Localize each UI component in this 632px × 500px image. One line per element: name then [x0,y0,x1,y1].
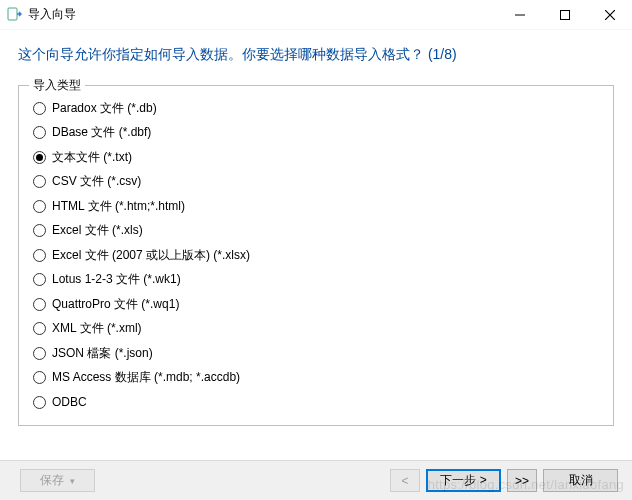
radio-option[interactable]: CSV 文件 (*.csv) [33,170,599,195]
radio-label: Excel 文件 (*.xls) [52,222,143,239]
radio-indicator [33,249,46,262]
radio-label: CSV 文件 (*.csv) [52,173,141,190]
radio-label: ODBC [52,395,87,409]
app-icon [6,7,22,23]
radio-option[interactable]: 文本文件 (*.txt) [33,145,599,170]
last-button-label: >> [515,474,529,488]
radio-indicator [33,102,46,115]
cancel-button-label: 取消 [569,472,593,489]
radio-indicator [33,224,46,237]
radio-indicator [33,396,46,409]
window-title: 导入向导 [28,6,76,23]
svg-rect-0 [8,8,17,20]
minimize-button[interactable] [497,0,542,30]
save-button-label: 保存 [40,472,64,489]
chevron-down-icon: ▾ [70,476,75,486]
radio-indicator [33,200,46,213]
radio-option[interactable]: QuattroPro 文件 (*.wq1) [33,292,599,317]
radio-option[interactable]: ODBC [33,390,599,415]
radio-label: XML 文件 (*.xml) [52,320,142,337]
back-button-label: < [401,474,408,488]
radio-list: Paradox 文件 (*.db)DBase 文件 (*.dbf)文本文件 (*… [33,96,599,415]
radio-indicator [33,371,46,384]
radio-label: Lotus 1-2-3 文件 (*.wk1) [52,271,181,288]
cancel-button[interactable]: 取消 [543,469,618,492]
radio-label: MS Access 数据库 (*.mdb; *.accdb) [52,369,240,386]
radio-label: HTML 文件 (*.htm;*.html) [52,198,185,215]
maximize-button[interactable] [542,0,587,30]
content-area: 导入类型 Paradox 文件 (*.db)DBase 文件 (*.dbf)文本… [0,75,632,426]
back-button[interactable]: < [390,469,420,492]
radio-indicator [33,347,46,360]
radio-indicator [33,322,46,335]
radio-option[interactable]: JSON 檔案 (*.json) [33,341,599,366]
footer-bar: 保存 ▾ < 下一步 > >> 取消 [0,460,632,500]
radio-label: JSON 檔案 (*.json) [52,345,153,362]
last-button[interactable]: >> [507,469,537,492]
radio-label: 文本文件 (*.txt) [52,149,132,166]
next-button[interactable]: 下一步 > [426,469,501,492]
radio-option[interactable]: Paradox 文件 (*.db) [33,96,599,121]
radio-indicator [33,273,46,286]
radio-indicator [33,151,46,164]
radio-indicator [33,298,46,311]
radio-label: Excel 文件 (2007 或以上版本) (*.xlsx) [52,247,250,264]
radio-option[interactable]: Lotus 1-2-3 文件 (*.wk1) [33,268,599,293]
radio-label: QuattroPro 文件 (*.wq1) [52,296,179,313]
radio-option[interactable]: DBase 文件 (*.dbf) [33,121,599,146]
radio-label: DBase 文件 (*.dbf) [52,124,151,141]
radio-indicator [33,126,46,139]
next-button-label: 下一步 > [440,472,486,489]
titlebar: 导入向导 [0,0,632,30]
wizard-prompt: 这个向导允许你指定如何导入数据。你要选择哪种数据导入格式？ (1/8) [0,30,632,75]
save-button[interactable]: 保存 ▾ [20,469,95,492]
radio-option[interactable]: MS Access 数据库 (*.mdb; *.accdb) [33,366,599,391]
radio-option[interactable]: Excel 文件 (*.xls) [33,219,599,244]
radio-indicator [33,175,46,188]
radio-label: Paradox 文件 (*.db) [52,100,157,117]
svg-rect-1 [560,10,569,19]
radio-option[interactable]: HTML 文件 (*.htm;*.html) [33,194,599,219]
import-type-group: 导入类型 Paradox 文件 (*.db)DBase 文件 (*.dbf)文本… [18,85,614,426]
radio-option[interactable]: XML 文件 (*.xml) [33,317,599,342]
radio-option[interactable]: Excel 文件 (2007 或以上版本) (*.xlsx) [33,243,599,268]
group-legend: 导入类型 [29,77,85,94]
close-button[interactable] [587,0,632,30]
